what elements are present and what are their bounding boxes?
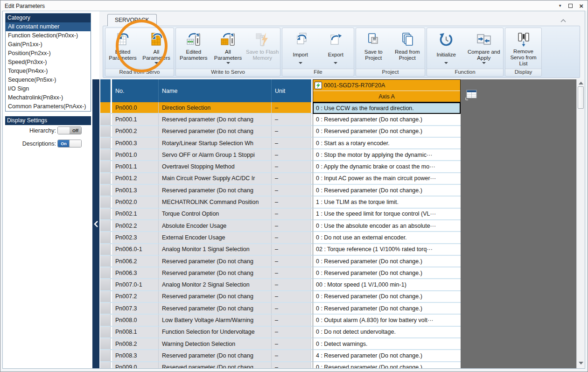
category-item-speed-pn3xx[interactable]: Speed(Pn3xx-) xyxy=(6,58,91,67)
close-button[interactable]: × xyxy=(579,3,583,9)
param-value-cell[interactable]: 0 : Use the absolute encoder as an absol… xyxy=(313,220,461,232)
row-selector[interactable] xyxy=(100,173,111,185)
category-item-all-constant-number[interactable]: All constant number xyxy=(6,22,91,31)
category-item-common-parameters-pnaxx[interactable]: Common Parameters(PnAxx-) xyxy=(6,102,91,111)
row-selector[interactable] xyxy=(100,232,111,244)
column-header-no: No. xyxy=(112,79,159,102)
read-from-servo--edited-parameters-button[interactable]: Edited Parameters xyxy=(106,28,140,69)
row-selector[interactable] xyxy=(100,149,111,161)
param-value-cell[interactable]: 0 : Reserved parameter (Do not change.) xyxy=(313,362,461,368)
param-value-cell[interactable]: 0 : Reserved parameter (Do not change.) xyxy=(313,291,461,303)
hierarchy-toggle[interactable]: Off xyxy=(57,126,82,134)
param-value-cell[interactable]: 0 : Reserved parameter (Do not change.) xyxy=(313,126,461,138)
param-value-cell[interactable]: 1 : Use TLIM as the torque limit. xyxy=(313,197,461,208)
display--remove-servo-from-list-button[interactable]: Remove Servo from List xyxy=(506,28,541,69)
write-to-servo--all-parameters-button[interactable]: All Parameters xyxy=(211,28,245,69)
window-menu-button[interactable]: ▼ xyxy=(558,3,562,9)
row-selector[interactable] xyxy=(100,244,111,256)
row-selector[interactable] xyxy=(100,291,111,303)
vertical-scrollbar[interactable] xyxy=(576,79,585,368)
row-selector[interactable] xyxy=(100,362,111,368)
param-value-cell[interactable]: 00 : Motor speed (1 V/1,000 min-1) xyxy=(313,279,461,291)
file--export-button[interactable]: Export xyxy=(318,28,354,69)
param-value-cell[interactable]: 0 : Reserved parameter (Do not change.) xyxy=(313,267,461,279)
scroll-up-icon[interactable] xyxy=(579,82,583,84)
row-selector[interactable] xyxy=(100,161,111,173)
param-unit-cell: – xyxy=(272,220,311,232)
param-value-cell[interactable]: 0 : Detect warnings. xyxy=(313,338,461,350)
scroll-down-icon[interactable] xyxy=(579,362,583,365)
param-value-cell[interactable]: 0 : Start as a rotary encoder. xyxy=(313,138,461,149)
row-selector[interactable] xyxy=(100,327,111,338)
param-value-cell[interactable]: 0 : Do not use an external encoder. xyxy=(313,232,461,244)
param-no-cell: Pn000.0 xyxy=(112,102,159,114)
category-item-function-selection-pn0xx[interactable]: Function Selection(Pn0xx-) xyxy=(6,31,91,40)
category-item-sequence-pn5xx[interactable]: Sequence(Pn5xx-) xyxy=(6,76,91,84)
category-item-mechatrolink-pn8xx[interactable]: Mechatrolink(Pn8xx-) xyxy=(6,93,91,102)
servo-column-header[interactable]: 0001-SGD7S-R70F20AAxis A xyxy=(313,79,461,102)
row-selector[interactable] xyxy=(100,338,111,350)
function--compare-and-apply-button[interactable]: Compare and Apply xyxy=(465,28,503,69)
param-value-cell[interactable]: 0 : Reserved parameter (Do not change.) xyxy=(313,256,461,267)
param-value-cell[interactable]: 0 : Stop the motor by applying the dynam… xyxy=(313,149,461,161)
category-item-gain-pn1xx[interactable]: Gain(Pn1xx-) xyxy=(6,40,91,49)
param-value-cell[interactable]: 0 : Input AC power as the main circuit p… xyxy=(313,173,461,185)
read-from-servo--all-parameters-button[interactable]: All Parameters xyxy=(140,28,173,69)
param-name-cell: Servo OFF or Alarm Group 1 Stoppi xyxy=(159,149,272,161)
maximize-button[interactable] xyxy=(568,3,573,9)
toggle-knob xyxy=(57,126,70,134)
category-item-i-o-sign[interactable]: I/O Sign xyxy=(6,84,91,93)
project--read-from-project-button[interactable]: Read from Project xyxy=(391,28,425,69)
scrollbar-thumb[interactable] xyxy=(578,86,584,109)
project--save-to-project-button[interactable]: Save to Project xyxy=(357,28,391,69)
param-value-cell[interactable]: 0 : Use CCW as the forward direction. xyxy=(313,102,461,114)
row-selector[interactable] xyxy=(100,350,111,362)
hierarchy-label: Hierarchy: xyxy=(3,127,56,134)
row-selector[interactable] xyxy=(100,138,111,149)
param-value-cell[interactable]: 02 : Torque reference (1 V/100% rated to… xyxy=(313,244,461,256)
tab-servopack[interactable]: SERVOPACK xyxy=(107,14,157,26)
parameter-table: No.NameUnit0001-SGD7S-R70F20AAxis APn000… xyxy=(100,79,461,368)
row-selector[interactable] xyxy=(100,279,111,291)
row-selector[interactable] xyxy=(100,303,111,315)
function--initialize-button[interactable]: Initialize xyxy=(427,28,465,69)
param-name-cell: Warning Detection Selection xyxy=(159,338,272,350)
row-selector[interactable] xyxy=(100,256,111,267)
toggle-on-label: On xyxy=(58,140,70,147)
category-item-position-pn2xx[interactable]: Position(Pn2xx-) xyxy=(6,49,91,58)
param-value-cell[interactable]: 1 : Use the speed limit for torque contr… xyxy=(313,209,461,220)
row-selector[interactable] xyxy=(100,185,111,197)
category-item-torque-pn4xx[interactable]: Torque(Pn4xx-) xyxy=(6,67,91,76)
param-value-cell[interactable]: 0 : Reserved parameter (Do not change.) xyxy=(313,114,461,126)
param-value-cell[interactable]: 0 : Apply the dynamic brake or coast the… xyxy=(313,161,461,173)
descriptions-toggle[interactable]: On xyxy=(57,140,82,147)
row-selector[interactable] xyxy=(100,315,111,326)
row-selector[interactable] xyxy=(100,102,111,114)
param-value-cell[interactable]: 0 : Do not detect undervoltage. xyxy=(313,327,461,338)
collapse-sidebar-button[interactable] xyxy=(92,79,99,368)
param-no-cell: Pn009.0 xyxy=(112,362,159,368)
row-selector[interactable] xyxy=(100,126,111,138)
row-selector[interactable] xyxy=(100,209,111,220)
param-value-cell[interactable]: 0 : Reserved parameter (Do not change.) xyxy=(313,303,461,315)
param-name-cell: Main Circuit Power Supply AC/DC Ir xyxy=(159,173,272,185)
lightning-icon xyxy=(315,82,322,89)
main-area: SERVOPACK Edited ParametersAll Parameter… xyxy=(99,11,585,368)
collapse-ribbon-button[interactable] xyxy=(560,17,567,25)
button-label: Read from Project xyxy=(391,49,425,61)
param-value-cell[interactable]: 0 : Reserved parameter (Do not change.) xyxy=(313,185,461,197)
param-no-cell: Pn008.2 xyxy=(112,338,159,350)
row-selector[interactable] xyxy=(100,220,111,232)
param-value-cell[interactable]: 4 : Reserved parameter (Do not change.) xyxy=(313,350,461,362)
write-to-servo--edited-parameters-button[interactable]: Edited Parameters xyxy=(176,28,211,69)
grid-view-icon[interactable] xyxy=(465,90,477,102)
param-no-cell: Pn001.0 xyxy=(112,149,159,161)
row-selector[interactable] xyxy=(100,114,111,126)
table-write-edited-icon xyxy=(186,31,202,49)
file--import-button[interactable]: Import xyxy=(283,28,318,69)
param-value-cell[interactable]: 0 : Output alarm (A.830) for low battery… xyxy=(313,315,461,326)
row-selector[interactable] xyxy=(100,197,111,208)
category-header: Category xyxy=(6,14,91,22)
row-selector[interactable] xyxy=(100,267,111,279)
param-name-cell: Reserved parameter (Do not chang xyxy=(159,256,272,267)
